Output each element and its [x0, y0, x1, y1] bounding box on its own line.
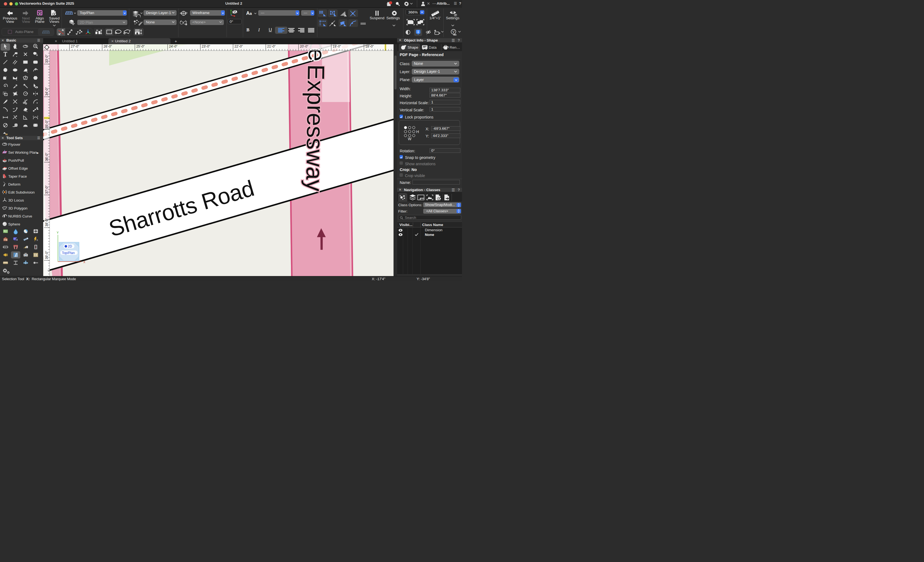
svg-text:19'-0": 19'-0": [333, 44, 341, 48]
svg-text:3D Polygon: 3D Polygon: [8, 206, 27, 210]
svg-text:Deform: Deform: [8, 182, 20, 186]
svg-text:18'-0": 18'-0": [366, 44, 374, 48]
svg-text:Top/Plan: Top/Plan: [62, 251, 75, 255]
svg-text:22'-0": 22'-0": [235, 44, 243, 48]
svg-text:39'-0": 39'-0": [45, 251, 49, 259]
svg-text:27'-0": 27'-0": [71, 44, 80, 48]
svg-text:34'-0": 34'-0": [45, 87, 49, 96]
svg-text:Push/Pull: Push/Pull: [8, 158, 24, 162]
svg-text:3D Locus: 3D Locus: [8, 198, 24, 202]
svg-text:35'-0": 35'-0": [45, 120, 49, 128]
svg-text:33'-0": 33'-0": [45, 54, 49, 63]
svg-text:NURBS Curve: NURBS Curve: [8, 214, 32, 218]
svg-text:H: H: [416, 129, 419, 133]
svg-text:Offset Edge: Offset Edge: [8, 166, 28, 170]
svg-text:37'-0": 37'-0": [45, 185, 49, 194]
svg-text:Edit Subdivision: Edit Subdivision: [8, 190, 34, 194]
svg-text:38'-0": 38'-0": [45, 218, 49, 226]
svg-text:26'-0": 26'-0": [104, 44, 112, 48]
svg-text:Taper Face: Taper Face: [8, 174, 27, 178]
svg-text:23'-0": 23'-0": [202, 44, 210, 48]
svg-text:W: W: [408, 136, 412, 141]
svg-text:25'-0": 25'-0": [136, 44, 145, 48]
svg-text:Sphere: Sphere: [8, 222, 20, 226]
svg-text:X: X: [83, 260, 86, 264]
svg-text:21'-0": 21'-0": [267, 44, 276, 48]
svg-text:20'-0": 20'-0": [300, 44, 309, 48]
svg-text:24'-0": 24'-0": [169, 44, 178, 48]
svg-text:Y: Y: [57, 231, 59, 234]
svg-text:V: V: [452, 30, 454, 34]
svg-text:Expressway: Expressway: [302, 64, 330, 191]
svg-text:Set Working Plan▶: Set Working Plan▶: [8, 150, 39, 154]
svg-text:36'-0": 36'-0": [45, 153, 49, 161]
svg-text:2D: 2D: [68, 244, 72, 248]
svg-text:Flyover: Flyover: [8, 142, 21, 146]
